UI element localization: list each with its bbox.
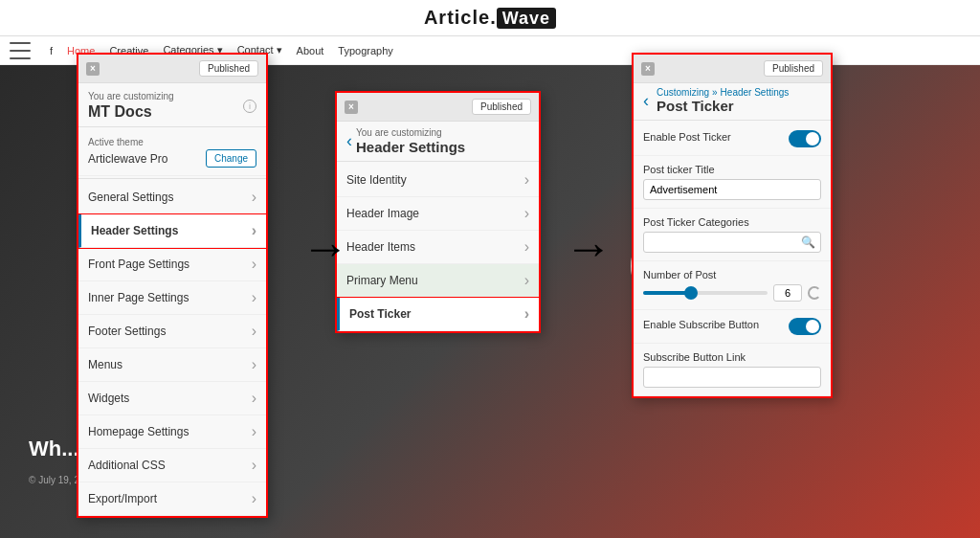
panel1-item-footer[interactable]: Footer Settings (78, 315, 266, 348)
slider-track[interactable] (643, 291, 768, 295)
breadcrumb-customizing: Customizing (657, 87, 709, 98)
panel1-item-header-settings[interactable]: Header Settings (78, 214, 266, 248)
chevron-icon (252, 189, 256, 206)
theme-label: Active theme (88, 137, 256, 147)
chevron-icon (252, 356, 256, 373)
nav-item-typography[interactable]: Typography (338, 45, 392, 56)
panel2-customizing-label: You are customizing (356, 127, 465, 138)
panel2-back-button[interactable]: ‹ (346, 131, 352, 151)
panel1-item-additional-css[interactable]: Additional CSS (78, 449, 266, 482)
active-theme-section: Active theme Articlewave Pro Change (78, 129, 266, 176)
panel3-title: Post Ticker (657, 98, 789, 114)
panel1-close-button[interactable]: × (86, 62, 100, 76)
hamburger-icon[interactable] (10, 42, 31, 59)
enable-subscribe-label: Enable Subscribe Button (643, 319, 759, 330)
panel2-published-button[interactable]: Published (472, 99, 531, 115)
panel2-header: × Published (337, 93, 539, 122)
arrow-1: → (301, 220, 349, 276)
enable-post-ticker-row: Enable Post Ticker (634, 123, 831, 156)
change-theme-button[interactable]: Change (206, 149, 256, 168)
panel1-item-general-settings[interactable]: General Settings (78, 181, 266, 214)
slider-fill (643, 291, 687, 295)
chevron-icon (252, 289, 256, 306)
categories-search-wrap: 🔍 (643, 232, 821, 253)
panel1-item-menus[interactable]: Menus (78, 348, 266, 382)
panel3-divider (634, 120, 831, 121)
number-of-post-input[interactable] (773, 284, 802, 302)
panel1-published-button[interactable]: Published (199, 60, 258, 77)
panel3-close-button[interactable]: × (641, 62, 655, 76)
panel-header-settings: × Published ‹ You are customizing Header… (335, 91, 541, 333)
enable-subscribe-row: Enable Subscribe Button (634, 310, 831, 344)
breadcrumb-section: Header Settings (721, 87, 790, 98)
panel1-item-inner-page[interactable]: Inner Page Settings (78, 281, 266, 315)
site-logo: Article.Wave (424, 7, 556, 29)
panel1-item-widgets[interactable]: Widgets (78, 382, 266, 415)
search-icon: 🔍 (801, 235, 815, 249)
chevron-icon (252, 457, 256, 474)
slider-thumb[interactable] (684, 286, 698, 300)
panel1-site-title: MT Docs (88, 103, 174, 121)
chevron-icon (252, 390, 256, 407)
nav-item-about[interactable]: About (297, 45, 324, 56)
panel2-item-site-identity[interactable]: Site Identity (337, 164, 539, 197)
website-header: Article.Wave (0, 0, 980, 36)
post-ticker-title-row: Post ticker Title (634, 156, 831, 209)
panel1-item-front-page[interactable]: Front Page Settings (78, 248, 266, 281)
post-ticker-categories-label: Post Ticker Categories (643, 216, 821, 228)
panel2-item-header-items[interactable]: Header Items (337, 231, 539, 264)
post-ticker-categories-row: Post Ticker Categories 🔍 (634, 209, 831, 261)
chevron-icon (524, 238, 529, 256)
chevron-icon (252, 222, 256, 239)
panel2-item-post-ticker[interactable]: Post Ticker (337, 298, 539, 331)
nav-facebook-icon[interactable]: f (50, 45, 53, 56)
post-ticker-title-label: Post ticker Title (643, 164, 821, 175)
subscribe-link-input[interactable] (643, 367, 821, 388)
chevron-icon (524, 272, 529, 289)
enable-subscribe-toggle[interactable] (789, 318, 821, 335)
theme-name: Articlewave Pro (88, 152, 167, 166)
panel1-divider (78, 126, 266, 127)
panel3-back-button[interactable]: ‹ (643, 91, 649, 111)
chevron-icon (524, 305, 529, 323)
enable-post-ticker-label: Enable Post Ticker (643, 131, 731, 143)
panel-customizing: × Published You are customizing MT Docs … (77, 53, 268, 518)
panel3-header: × Published (634, 55, 831, 83)
number-of-post-label: Number of Post (643, 269, 821, 280)
subscribe-link-label: Subscribe Button Link (643, 351, 821, 363)
number-of-post-row: Number of Post (634, 261, 831, 310)
chevron-icon (252, 256, 256, 273)
arrow-2: → (565, 220, 612, 276)
panel-post-ticker: × Published ‹ Customizing » Header Setti… (632, 53, 833, 398)
panel1-item-export-import[interactable]: Export/Import (78, 482, 266, 516)
chevron-icon (252, 323, 256, 340)
panel2-close-button[interactable]: × (345, 101, 358, 114)
post-ticker-title-input[interactable] (643, 179, 821, 200)
post-ticker-categories-input[interactable] (643, 232, 821, 253)
panel1-header: × Published (78, 55, 266, 83)
info-icon[interactable]: i (243, 100, 256, 113)
panel1-divider2 (78, 178, 266, 179)
panel2-divider (337, 161, 539, 162)
enable-post-ticker-toggle[interactable] (789, 130, 821, 147)
breadcrumb-sep: » (712, 87, 718, 98)
chevron-icon (524, 171, 529, 189)
chevron-icon (524, 205, 529, 222)
chevron-icon (252, 423, 256, 440)
panel2-item-header-image[interactable]: Header Image (337, 197, 539, 231)
panel1-customizing-label: You are customizing (88, 91, 174, 101)
refresh-icon[interactable] (808, 286, 821, 300)
panel2-item-primary-menu[interactable]: Primary Menu (337, 264, 539, 298)
number-slider-row (643, 284, 821, 302)
panel3-published-button[interactable]: Published (764, 60, 823, 77)
subscribe-link-row: Subscribe Button Link (634, 344, 831, 396)
panel2-section-title: Header Settings (356, 139, 465, 155)
panel1-item-homepage[interactable]: Homepage Settings (78, 415, 266, 449)
chevron-icon (252, 490, 256, 507)
